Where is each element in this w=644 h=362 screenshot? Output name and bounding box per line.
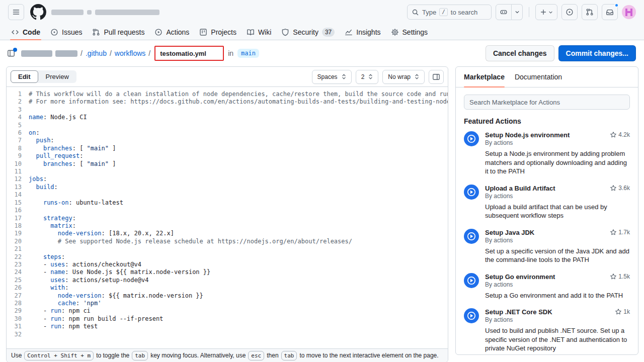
hint-text: then	[267, 352, 278, 359]
inbox-button[interactable]	[602, 4, 618, 20]
tab-preview[interactable]: Preview	[38, 70, 76, 83]
branch-badge[interactable]: main	[237, 49, 259, 58]
action-author: By actions	[485, 281, 555, 288]
code-line[interactable]: 27 node-version: ${{ matrix.node-version…	[7, 292, 448, 300]
breadcrumb-owner-redacted[interactable]	[21, 50, 52, 57]
line-number: 30	[7, 315, 29, 323]
tab-actions[interactable]: Actions	[149, 24, 194, 40]
file-tree-toggle-button[interactable]	[7, 49, 15, 57]
hamburger-menu-button[interactable]	[8, 4, 24, 20]
code-line[interactable]: 19 node-version: [18.x, 20.x, 22.x]	[7, 230, 448, 237]
code-line[interactable]: 6on:	[7, 129, 448, 137]
code-line[interactable]: 9 pull_request:	[7, 152, 448, 160]
code-line[interactable]: 16	[7, 207, 448, 214]
code-line[interactable]: 13 build:	[7, 184, 448, 191]
tab-settings[interactable]: Settings	[386, 24, 433, 40]
code-line[interactable]: 28 cache: 'npm'	[7, 300, 448, 307]
security-count-badge: 37	[322, 28, 335, 37]
project-board-icon	[199, 28, 207, 36]
filename-input[interactable]	[160, 50, 218, 57]
tab-documentation[interactable]: Documentation	[515, 67, 562, 87]
line-number: 19	[7, 230, 29, 237]
hint-text: to toggle the	[96, 352, 129, 359]
code-line[interactable]: 17 strategy:	[7, 215, 448, 222]
pull-requests-header-button[interactable]	[582, 4, 598, 20]
toggle-side-panel-button[interactable]	[429, 70, 444, 84]
code-line[interactable]: 1# This workflow will do a clean install…	[7, 90, 448, 98]
code-line[interactable]: 24 - name: Use Node.js ${{ matrix.node-v…	[7, 268, 448, 276]
tab-marketplace[interactable]: Marketplace	[464, 67, 505, 87]
featured-actions-list: Setup Node.js environment By actions 4.2…	[464, 131, 630, 353]
code-line[interactable]: 2# For more information see: https://doc…	[7, 98, 448, 106]
wrap-mode-select[interactable]: No wrap	[382, 70, 425, 84]
copilot-menu-button[interactable]	[512, 4, 523, 20]
code-line[interactable]: 18 matrix:	[7, 222, 448, 230]
create-new-button[interactable]	[535, 4, 557, 20]
line-number: 29	[7, 307, 29, 315]
code-line[interactable]: 31 - run: npm test	[7, 323, 448, 330]
action-title[interactable]: Upload a Build Artifact	[485, 185, 555, 192]
cancel-changes-button[interactable]: Cancel changes	[486, 45, 554, 61]
code-line[interactable]: 29 - run: npm ci	[7, 307, 448, 315]
indent-mode-select[interactable]: Spaces	[312, 70, 352, 84]
tab-pull-requests[interactable]: Pull requests	[87, 24, 149, 40]
action-title[interactable]: Setup Node.js environment	[485, 131, 570, 139]
marketplace-action-item[interactable]: Setup Java JDK By actions 1.7k Set up a …	[464, 229, 630, 264]
tab-security-label: Security	[293, 28, 318, 36]
breadcrumb: / .github / workflows /	[21, 49, 150, 57]
tab-code[interactable]: Code	[6, 24, 45, 40]
marketplace-search-input[interactable]	[464, 95, 630, 110]
inbox-icon	[606, 8, 614, 16]
code-line[interactable]: 26 with:	[7, 284, 448, 292]
marketplace-action-item[interactable]: Setup Go environment By actions 1.5k Set…	[464, 273, 630, 300]
issues-header-button[interactable]	[561, 4, 578, 20]
star-icon	[610, 273, 617, 280]
commit-changes-button[interactable]: Commit changes...	[558, 45, 636, 61]
marketplace-action-item[interactable]: Setup Node.js environment By actions 4.2…	[464, 131, 630, 176]
marketplace-action-item[interactable]: Setup .NET Core SDK By actions 1k Used t…	[464, 308, 630, 353]
code-line[interactable]: 14	[7, 191, 448, 199]
code-line[interactable]: 5	[7, 122, 448, 129]
action-title[interactable]: Setup Java JDK	[485, 229, 534, 236]
code-line[interactable]: 4name: Node.js CI	[7, 114, 448, 121]
breadcrumb-segment-github-dir[interactable]: .github	[86, 49, 107, 57]
code-line[interactable]: 11	[7, 168, 448, 175]
code-line[interactable]: 8 branches: [ "main" ]	[7, 145, 448, 152]
tab-projects[interactable]: Projects	[194, 24, 242, 40]
line-number: 9	[7, 152, 29, 160]
code-line[interactable]: 15 runs-on: ubuntu-latest	[7, 199, 448, 207]
code-line[interactable]: 12jobs:	[7, 175, 448, 183]
code-editor-textarea[interactable]: 1# This workflow will do a clean install…	[7, 87, 448, 348]
action-title[interactable]: Setup .NET Core SDK	[485, 308, 552, 316]
marketplace-action-item[interactable]: Upload a Build Artifact By actions 3.6k …	[464, 185, 630, 220]
star-icon	[610, 229, 617, 236]
tab-insights[interactable]: Insights	[340, 24, 385, 40]
breadcrumb-separator: /	[148, 49, 150, 57]
code-line[interactable]: 25 uses: actions/setup-node@v4	[7, 277, 448, 284]
code-line[interactable]: 30 - run: npm run build --if-present	[7, 315, 448, 323]
action-author: By actions	[485, 139, 570, 146]
action-title[interactable]: Setup Go environment	[485, 273, 555, 281]
code-line[interactable]: 23 - uses: actions/checkout@v4	[7, 261, 448, 268]
tab-edit[interactable]: Edit	[11, 70, 38, 83]
code-line[interactable]: 32	[7, 331, 448, 338]
user-avatar[interactable]	[622, 5, 636, 19]
tab-issues[interactable]: Issues	[45, 24, 87, 40]
app-header: Type / to search	[0, 0, 644, 24]
code-line[interactable]: 7 push:	[7, 137, 448, 144]
code-line[interactable]: 3	[7, 106, 448, 114]
tab-wiki[interactable]: Wiki	[242, 24, 276, 40]
global-search-input[interactable]: Type / to search	[407, 5, 492, 20]
code-line[interactable]: 20 # See supported Node.js release sched…	[7, 238, 448, 245]
tab-security[interactable]: Security 37	[276, 24, 340, 40]
unsaved-changes-dot	[13, 48, 17, 52]
breadcrumb-repo-redacted[interactable]	[55, 50, 77, 57]
indent-size-select[interactable]: 2	[356, 70, 379, 84]
code-line[interactable]: 10 branches: [ "main" ]	[7, 160, 448, 168]
code-line[interactable]: 21	[7, 245, 448, 253]
github-logo-icon[interactable]	[30, 4, 46, 20]
code-line[interactable]: 22 steps:	[7, 253, 448, 261]
action-description: Upload a build artifact that can be used…	[485, 203, 630, 220]
copilot-button[interactable]	[496, 4, 512, 20]
breadcrumb-segment-workflows-dir[interactable]: workflows	[115, 49, 145, 57]
